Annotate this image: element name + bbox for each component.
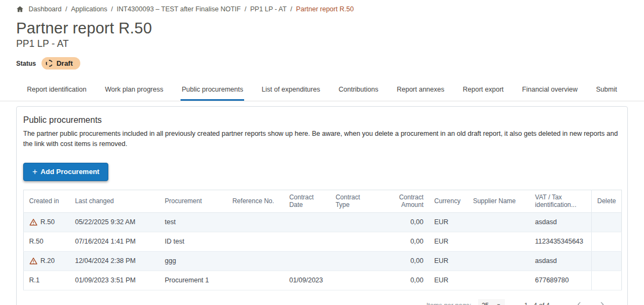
cell-contract-date xyxy=(284,212,330,232)
breadcrumb-separator: / xyxy=(245,5,246,13)
cell-contract-type xyxy=(330,251,379,271)
cell-contract-date xyxy=(284,232,330,251)
cell-vat: asdasd xyxy=(530,212,592,232)
column-header-last-changed: Last changed xyxy=(70,190,160,212)
cell-created-in: R.50 xyxy=(40,218,54,226)
cell-procurement: ID test xyxy=(160,232,227,251)
previous-page-button[interactable] xyxy=(568,301,591,305)
cell-supplier-name xyxy=(468,232,530,251)
cell-procurement: ggg xyxy=(160,251,227,271)
breadcrumb-link-applications[interactable]: Applications xyxy=(71,5,107,13)
cell-delete xyxy=(592,212,622,232)
column-header-supplier-name: Supplier Name xyxy=(468,190,530,212)
status-value: Draft xyxy=(57,59,73,67)
tab-financial-overview[interactable]: Financial overview xyxy=(521,79,579,101)
cell-contract-date: 01/09/2023 xyxy=(284,271,330,290)
cell-contract-type xyxy=(330,232,379,251)
section-description: The partner public procurements included… xyxy=(23,129,621,150)
cell-delete xyxy=(592,232,622,251)
cell-procurement: test xyxy=(160,212,227,232)
breadcrumb-separator: / xyxy=(65,5,67,13)
column-header-contract-date: Contract Date xyxy=(284,190,330,212)
tab-submit[interactable]: Submit xyxy=(595,79,618,101)
draft-status-icon xyxy=(46,60,53,67)
cell-contract-date xyxy=(284,251,330,271)
cell-created-in: R.50 xyxy=(29,238,43,245)
cell-contract-type xyxy=(330,271,379,290)
cell-contract-amount: 0,00 xyxy=(378,212,429,232)
add-procurement-button[interactable]: + Add Procurement xyxy=(23,163,108,181)
warning-icon xyxy=(29,257,38,265)
cell-currency: EUR xyxy=(429,212,468,232)
cell-reference-no xyxy=(227,271,283,290)
home-icon[interactable] xyxy=(16,5,24,13)
items-per-page-select[interactable]: 25 ▼ xyxy=(478,299,505,305)
cell-created-in: R.20 xyxy=(40,257,54,265)
chevron-down-icon: ▼ xyxy=(496,303,501,305)
table-row[interactable]: R.50 07/16/2024 1:41 PM ID test 0,00 EUR… xyxy=(24,232,622,251)
table-header-row: Created in Last changed Procurement Refe… xyxy=(24,190,622,212)
cell-currency: EUR xyxy=(429,232,468,251)
plus-icon: + xyxy=(32,168,37,176)
breadcrumb-link-dashboard[interactable]: Dashboard xyxy=(29,5,61,13)
next-page-button[interactable] xyxy=(591,301,613,305)
column-header-reference-no: Reference No. xyxy=(227,190,283,212)
items-per-page-label: Items per page: xyxy=(426,302,471,305)
status-row: Status Draft xyxy=(16,57,644,70)
items-per-page-value: 25 xyxy=(482,302,489,305)
cell-supplier-name xyxy=(468,212,530,232)
breadcrumb-separator: / xyxy=(290,5,292,13)
column-header-delete: Delete xyxy=(592,190,622,212)
cell-last-changed: 12/04/2024 2:38 PM xyxy=(70,251,160,271)
procurements-table: Created in Last changed Procurement Refe… xyxy=(23,190,622,290)
column-header-created-in: Created in xyxy=(24,190,70,212)
breadcrumb-separator: / xyxy=(111,5,113,13)
tab-report-export[interactable]: Report export xyxy=(462,79,505,101)
tab-public-procurements[interactable]: Public procurements xyxy=(181,79,244,101)
cell-contract-amount: 0,00 xyxy=(378,232,429,251)
public-procurements-panel: Public procurements The partner public p… xyxy=(16,106,628,305)
cell-currency: EUR xyxy=(429,271,468,290)
tab-report-identification[interactable]: Report identification xyxy=(26,79,87,101)
cell-vat: 1123435345643 xyxy=(530,232,592,251)
cell-last-changed: 07/16/2024 1:41 PM xyxy=(70,232,160,251)
tab-report-annexes[interactable]: Report annexes xyxy=(396,79,445,101)
table-row[interactable]: R.20 12/04/2024 2:38 PM ggg 0,00 EUR asd… xyxy=(24,251,622,271)
cell-reference-no xyxy=(227,232,283,251)
status-label: Status xyxy=(16,60,36,67)
tab-work-plan-progress[interactable]: Work plan progress xyxy=(104,79,164,101)
column-header-currency: Currency xyxy=(429,190,468,212)
pagination: Items per page: 25 ▼ 1 - 4 of 4 xyxy=(23,299,621,305)
table-row[interactable]: R.50 05/22/2025 9:32 AM test 0,00 EUR as… xyxy=(24,212,622,232)
tab-bar: Report identification Work plan progress… xyxy=(0,79,644,101)
cell-supplier-name xyxy=(468,271,530,290)
warning-icon xyxy=(29,218,38,226)
column-header-contract-type: Contract Type xyxy=(330,190,379,212)
tab-contributions[interactable]: Contributions xyxy=(337,79,379,101)
cell-reference-no xyxy=(227,212,283,232)
cell-reference-no xyxy=(227,251,283,271)
cell-contract-amount: 0,00 xyxy=(378,251,429,271)
breadcrumb-link-application-id[interactable]: INT4300093 – TEST after Finalise NOTIF xyxy=(117,5,241,13)
cell-vat: asdasd xyxy=(530,251,592,271)
page-subtitle: PP1 LP - AT xyxy=(16,38,644,50)
breadcrumb: Dashboard / Applications / INT4300093 – … xyxy=(0,0,644,13)
cell-delete xyxy=(592,271,622,290)
cell-contract-amount: 0,00 xyxy=(378,271,429,290)
add-procurement-label: Add Procurement xyxy=(40,168,99,176)
cell-vat: 677689780 xyxy=(530,271,592,290)
cell-procurement: Procurement 1 xyxy=(160,271,227,290)
breadcrumb-link-partner[interactable]: PP1 LP - AT xyxy=(250,5,287,13)
chevron-right-icon xyxy=(598,301,606,305)
cell-created-in: R.1 xyxy=(29,276,39,284)
cell-delete xyxy=(592,251,622,271)
column-header-procurement: Procurement xyxy=(160,190,227,212)
chevron-left-icon xyxy=(576,301,583,305)
cell-last-changed: 01/09/2023 3:51 PM xyxy=(70,271,160,290)
table-row[interactable]: R.1 01/09/2023 3:51 PM Procurement 1 01/… xyxy=(24,271,622,290)
cell-contract-type xyxy=(330,212,379,232)
tab-list-of-expenditures[interactable]: List of expenditures xyxy=(261,79,321,101)
column-header-vat: VAT / Tax identification... xyxy=(530,190,592,212)
cell-last-changed: 05/22/2025 9:32 AM xyxy=(70,212,160,232)
status-badge: Draft xyxy=(41,57,80,70)
